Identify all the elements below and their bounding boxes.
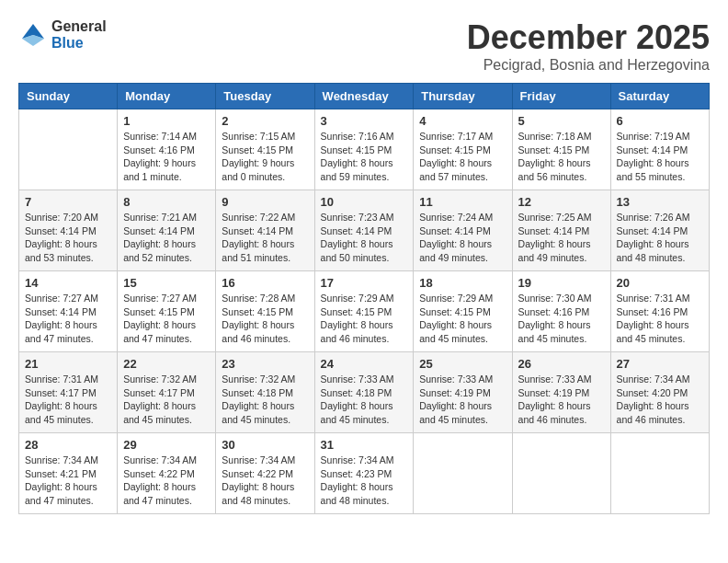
calendar-cell: 18Sunrise: 7:29 AM Sunset: 4:15 PM Dayli… [414,271,512,352]
day-info: Sunrise: 7:30 AM Sunset: 4:16 PM Dayligh… [518,292,605,346]
day-info: Sunrise: 7:24 AM Sunset: 4:14 PM Dayligh… [419,211,506,265]
calendar-cell: 20Sunrise: 7:31 AM Sunset: 4:16 PM Dayli… [610,271,709,352]
day-number: 29 [123,438,210,452]
day-number: 12 [518,195,605,209]
day-info: Sunrise: 7:34 AM Sunset: 4:22 PM Dayligh… [222,454,308,508]
day-number: 8 [123,195,210,209]
calendar-cell: 17Sunrise: 7:29 AM Sunset: 4:15 PM Dayli… [314,271,414,352]
day-info: Sunrise: 7:34 AM Sunset: 4:21 PM Dayligh… [25,454,111,508]
day-info: Sunrise: 7:34 AM Sunset: 4:20 PM Dayligh… [617,373,703,427]
calendar-cell: 30Sunrise: 7:34 AM Sunset: 4:22 PM Dayli… [216,433,314,514]
calendar-cell: 7Sunrise: 7:20 AM Sunset: 4:14 PM Daylig… [19,190,118,271]
day-number: 30 [222,438,308,452]
calendar-cell: 27Sunrise: 7:34 AM Sunset: 4:20 PM Dayli… [610,352,709,433]
day-number: 5 [518,114,605,128]
day-info: Sunrise: 7:16 AM Sunset: 4:15 PM Dayligh… [321,130,408,184]
calendar-cell [610,433,709,514]
calendar-cell [512,433,610,514]
day-number: 1 [123,114,210,128]
day-info: Sunrise: 7:15 AM Sunset: 4:15 PM Dayligh… [222,130,308,184]
day-number: 31 [321,438,408,452]
calendar-table: SundayMondayTuesdayWednesdayThursdayFrid… [18,83,710,514]
calendar-cell: 25Sunrise: 7:33 AM Sunset: 4:19 PM Dayli… [414,352,512,433]
day-info: Sunrise: 7:32 AM Sunset: 4:18 PM Dayligh… [222,373,308,427]
location-title: Pecigrad, Bosnia and Herzegovina [467,57,710,74]
day-info: Sunrise: 7:18 AM Sunset: 4:15 PM Dayligh… [518,130,605,184]
day-number: 15 [123,276,210,290]
day-info: Sunrise: 7:29 AM Sunset: 4:15 PM Dayligh… [419,292,506,346]
week-row-4: 21Sunrise: 7:31 AM Sunset: 4:17 PM Dayli… [19,352,710,433]
day-info: Sunrise: 7:33 AM Sunset: 4:19 PM Dayligh… [419,373,506,427]
calendar-cell: 11Sunrise: 7:24 AM Sunset: 4:14 PM Dayli… [414,190,512,271]
day-info: Sunrise: 7:17 AM Sunset: 4:15 PM Dayligh… [419,130,506,184]
week-row-1: 1Sunrise: 7:14 AM Sunset: 4:16 PM Daylig… [19,109,710,190]
day-info: Sunrise: 7:27 AM Sunset: 4:15 PM Dayligh… [123,292,210,346]
day-number: 22 [123,357,210,371]
calendar-cell: 8Sunrise: 7:21 AM Sunset: 4:14 PM Daylig… [118,190,216,271]
day-info: Sunrise: 7:23 AM Sunset: 4:14 PM Dayligh… [321,211,408,265]
calendar-cell: 13Sunrise: 7:26 AM Sunset: 4:14 PM Dayli… [610,190,709,271]
day-number: 28 [25,438,111,452]
month-title: December 2025 [467,18,710,57]
logo-icon [18,20,48,50]
week-row-3: 14Sunrise: 7:27 AM Sunset: 4:14 PM Dayli… [19,271,710,352]
calendar-cell: 9Sunrise: 7:22 AM Sunset: 4:14 PM Daylig… [216,190,314,271]
day-number: 23 [222,357,308,371]
week-row-2: 7Sunrise: 7:20 AM Sunset: 4:14 PM Daylig… [19,190,710,271]
day-number: 26 [518,357,605,371]
calendar-cell: 22Sunrise: 7:32 AM Sunset: 4:17 PM Dayli… [118,352,216,433]
page-header: General Blue December 2025 Pecigrad, Bos… [18,18,710,74]
day-info: Sunrise: 7:14 AM Sunset: 4:16 PM Dayligh… [123,130,210,184]
logo-general-text: General [51,18,107,35]
day-info: Sunrise: 7:32 AM Sunset: 4:17 PM Dayligh… [123,373,210,427]
calendar-cell: 31Sunrise: 7:34 AM Sunset: 4:23 PM Dayli… [314,433,414,514]
logo-text: General Blue [51,18,107,51]
calendar-cell [414,433,512,514]
weekday-header-wednesday: Wednesday [314,84,414,109]
day-info: Sunrise: 7:25 AM Sunset: 4:14 PM Dayligh… [518,211,605,265]
calendar-cell: 2Sunrise: 7:15 AM Sunset: 4:15 PM Daylig… [216,109,314,190]
weekday-header-monday: Monday [118,84,216,109]
day-info: Sunrise: 7:31 AM Sunset: 4:17 PM Dayligh… [25,373,111,427]
day-number: 9 [222,195,308,209]
day-number: 4 [419,114,506,128]
calendar-cell: 29Sunrise: 7:34 AM Sunset: 4:22 PM Dayli… [118,433,216,514]
calendar-cell: 12Sunrise: 7:25 AM Sunset: 4:14 PM Dayli… [512,190,610,271]
day-number: 27 [617,357,703,371]
day-info: Sunrise: 7:22 AM Sunset: 4:14 PM Dayligh… [222,211,308,265]
day-info: Sunrise: 7:26 AM Sunset: 4:14 PM Dayligh… [617,211,703,265]
day-number: 14 [25,276,111,290]
week-row-5: 28Sunrise: 7:34 AM Sunset: 4:21 PM Dayli… [19,433,710,514]
title-area: December 2025 Pecigrad, Bosnia and Herze… [467,18,710,74]
weekday-header-thursday: Thursday [414,84,512,109]
day-number: 3 [321,114,408,128]
day-number: 10 [321,195,408,209]
calendar-cell: 19Sunrise: 7:30 AM Sunset: 4:16 PM Dayli… [512,271,610,352]
calendar-cell: 1Sunrise: 7:14 AM Sunset: 4:16 PM Daylig… [118,109,216,190]
calendar-cell: 28Sunrise: 7:34 AM Sunset: 4:21 PM Dayli… [19,433,118,514]
calendar-cell: 3Sunrise: 7:16 AM Sunset: 4:15 PM Daylig… [314,109,414,190]
day-number: 24 [321,357,408,371]
day-number: 20 [617,276,703,290]
day-info: Sunrise: 7:34 AM Sunset: 4:23 PM Dayligh… [321,454,408,508]
day-info: Sunrise: 7:33 AM Sunset: 4:18 PM Dayligh… [321,373,408,427]
day-number: 7 [25,195,111,209]
day-info: Sunrise: 7:31 AM Sunset: 4:16 PM Dayligh… [617,292,703,346]
calendar-cell: 6Sunrise: 7:19 AM Sunset: 4:14 PM Daylig… [610,109,709,190]
day-info: Sunrise: 7:20 AM Sunset: 4:14 PM Dayligh… [25,211,111,265]
calendar-cell: 14Sunrise: 7:27 AM Sunset: 4:14 PM Dayli… [19,271,118,352]
weekday-header-friday: Friday [512,84,610,109]
day-number: 6 [617,114,703,128]
calendar-cell: 21Sunrise: 7:31 AM Sunset: 4:17 PM Dayli… [19,352,118,433]
calendar-cell: 10Sunrise: 7:23 AM Sunset: 4:14 PM Dayli… [314,190,414,271]
day-number: 25 [419,357,506,371]
logo-blue-text: Blue [51,35,107,52]
day-number: 11 [419,195,506,209]
day-number: 16 [222,276,308,290]
calendar-cell: 16Sunrise: 7:28 AM Sunset: 4:15 PM Dayli… [216,271,314,352]
calendar-cell: 4Sunrise: 7:17 AM Sunset: 4:15 PM Daylig… [414,109,512,190]
day-number: 19 [518,276,605,290]
day-info: Sunrise: 7:33 AM Sunset: 4:19 PM Dayligh… [518,373,605,427]
day-info: Sunrise: 7:29 AM Sunset: 4:15 PM Dayligh… [321,292,408,346]
weekday-header-sunday: Sunday [19,84,118,109]
